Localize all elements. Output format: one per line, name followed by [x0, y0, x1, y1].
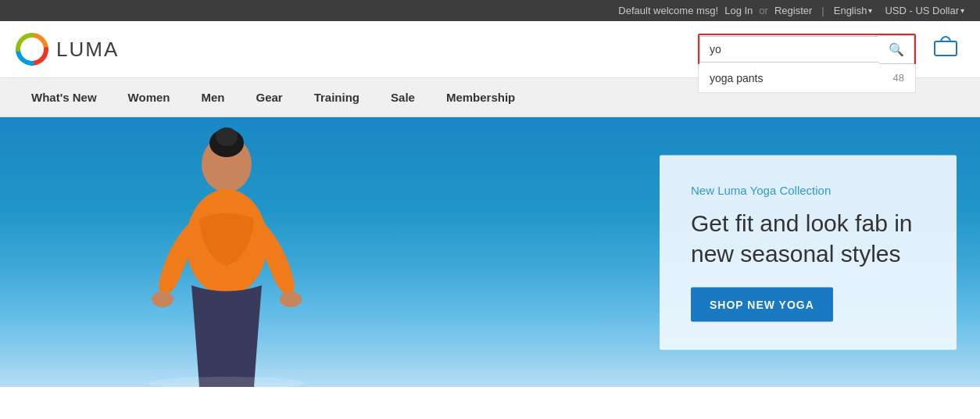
nav-item-gear: Gear: [240, 78, 298, 116]
logo-text: LUMA: [56, 38, 119, 62]
nav-item-training: Training: [299, 78, 375, 116]
nav-link-women[interactable]: Women: [113, 78, 186, 116]
svg-point-8: [280, 292, 302, 307]
nav-item-membership: Membership: [431, 78, 531, 116]
svg-rect-1: [935, 41, 957, 56]
search-input-wrapper: 🔍: [699, 35, 914, 64]
search-suggestions-dropdown: yoga pants 48: [698, 64, 916, 93]
hero-person-figure: [0, 117, 453, 387]
language-chevron-icon: ▾: [868, 6, 872, 15]
suggestion-text: yoga pants: [710, 72, 764, 84]
hero-banner: New Luma Yoga Collection Get fit and loo…: [0, 117, 980, 387]
nav-item-women: Women: [113, 78, 186, 116]
search-icon: 🔍: [889, 43, 904, 56]
welcome-message: Default welcome msg!: [618, 5, 718, 16]
or-separator: or: [759, 5, 768, 16]
currency-chevron-icon: ▾: [960, 6, 964, 15]
nav-link-gear[interactable]: Gear: [240, 78, 298, 116]
hero-content-card: New Luma Yoga Collection Get fit and loo…: [660, 155, 957, 349]
suggestion-count: 48: [893, 72, 904, 84]
nav-item-men: Men: [185, 78, 240, 116]
search-suggestion-item[interactable]: yoga pants 48: [699, 64, 915, 92]
search-input[interactable]: [699, 36, 879, 63]
logo-link[interactable]: LUMA: [16, 33, 119, 66]
search-container: 🔍 yoga pants 48: [698, 34, 916, 66]
top-bar: Default welcome msg! Log In or Register …: [0, 0, 980, 21]
nav-link-sale[interactable]: Sale: [375, 78, 431, 116]
language-label: English: [834, 5, 867, 16]
register-link[interactable]: Register: [774, 5, 812, 16]
currency-label: USD - US Dollar: [885, 5, 959, 16]
hero-subtitle: New Luma Yoga Collection: [691, 183, 925, 196]
topbar-sep1: |: [821, 5, 824, 16]
currency-dropdown[interactable]: USD - US Dollar ▾: [885, 5, 964, 16]
search-button[interactable]: 🔍: [879, 35, 914, 64]
cart-button[interactable]: [927, 32, 964, 66]
nav-item-sale: Sale: [375, 78, 431, 116]
nav-link-men[interactable]: Men: [185, 78, 240, 116]
header: LUMA 🔍 yoga pants 48: [0, 21, 980, 78]
nav-link-training[interactable]: Training: [299, 78, 375, 116]
svg-point-9: [148, 377, 305, 387]
nav-item-whats-new: What's New: [16, 78, 113, 116]
nav-link-whats-new[interactable]: What's New: [16, 78, 113, 116]
language-dropdown[interactable]: English ▾: [834, 5, 873, 16]
hero-title: Get fit and look fab in new seasonal sty…: [691, 207, 925, 268]
svg-point-4: [216, 127, 238, 146]
login-link[interactable]: Log In: [724, 5, 753, 16]
person-svg: [55, 121, 399, 387]
cart-icon: [933, 35, 958, 60]
logo-icon: [16, 33, 48, 66]
shop-new-yoga-button[interactable]: Shop New Yoga: [691, 287, 833, 321]
svg-point-7: [152, 292, 173, 307]
nav-link-membership[interactable]: Membership: [431, 78, 531, 116]
